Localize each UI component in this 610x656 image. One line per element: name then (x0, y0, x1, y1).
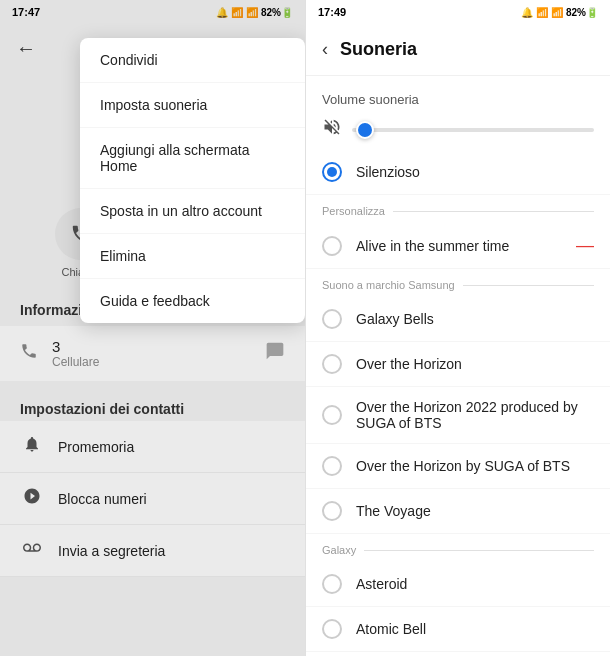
menu-guida[interactable]: Guida e feedback (80, 279, 305, 323)
alive-delete-icon[interactable]: — (576, 235, 594, 256)
ringtone-galaxy-bells[interactable]: Galaxy Bells (306, 297, 610, 342)
ringtone-list: Silenzioso Personalizza Alive in the sum… (306, 150, 610, 656)
volume-row (322, 117, 594, 142)
menu-condividi[interactable]: Condividi (80, 38, 305, 83)
ringtone-over-horizon-suga[interactable]: Over the Horizon by SUGA of BTS (306, 444, 610, 489)
silenzioso-radio (322, 162, 342, 182)
atomic-bell-label: Atomic Bell (356, 621, 594, 637)
volume-slider[interactable] (352, 128, 594, 132)
over-horizon-2022-radio (322, 405, 342, 425)
context-menu: Condividi Imposta suoneria Aggiungi alla… (80, 38, 305, 323)
ringtone-voyage[interactable]: The Voyage (306, 489, 610, 534)
atomic-bell-radio (322, 619, 342, 639)
over-horizon-suga-radio (322, 456, 342, 476)
right-status-bar: 17:49 🔔 📶 📶 82%🔋 (306, 0, 610, 24)
ringtone-alive[interactable]: Alive in the summer time — (306, 223, 610, 269)
ringtone-over-horizon[interactable]: Over the Horizon (306, 342, 610, 387)
radio-selected-dot (327, 167, 337, 177)
right-time: 17:49 (318, 6, 346, 18)
asteroid-label: Asteroid (356, 576, 594, 592)
menu-aggiungi-home[interactable]: Aggiungi alla schermata Home (80, 128, 305, 189)
galaxy-bells-label: Galaxy Bells (356, 311, 594, 327)
menu-sposta-account[interactable]: Sposta in un altro account (80, 189, 305, 234)
alive-radio (322, 236, 342, 256)
galaxy-divider: Galaxy (306, 534, 610, 562)
volume-label: Volume suoneria (322, 92, 594, 107)
right-top-bar: ‹ Suoneria (306, 24, 610, 76)
silenzioso-label: Silenzioso (356, 164, 594, 180)
right-status-icons: 🔔 📶 📶 82%🔋 (521, 7, 598, 18)
voyage-radio (322, 501, 342, 521)
asteroid-radio (322, 574, 342, 594)
ringtone-over-horizon-2022[interactable]: Over the Horizon 2022 produced by SUGA o… (306, 387, 610, 444)
personalizza-label: Personalizza (322, 205, 385, 217)
menu-imposta-suoneria[interactable]: Imposta suoneria (80, 83, 305, 128)
samsung-divider: Suono a marchio Samsung (306, 269, 610, 297)
galaxy-bells-radio (322, 309, 342, 329)
left-panel: 17:47 🔔 📶 📶 82%🔋 ← Chiama (0, 0, 305, 656)
right-back-button[interactable]: ‹ (322, 39, 328, 60)
right-title: Suoneria (340, 39, 417, 60)
volume-thumb (356, 121, 374, 139)
volume-section: Volume suoneria (306, 76, 610, 150)
mute-icon[interactable] (322, 117, 342, 142)
over-horizon-suga-label: Over the Horizon by SUGA of BTS (356, 458, 594, 474)
personalizza-divider: Personalizza (306, 195, 610, 223)
over-horizon-label: Over the Horizon (356, 356, 594, 372)
silenzioso-item[interactable]: Silenzioso (306, 150, 610, 195)
over-horizon-2022-label: Over the Horizon 2022 produced by SUGA o… (356, 399, 594, 431)
ringtone-bass-gate[interactable]: Bass Gate (306, 652, 610, 656)
ringtone-atomic-bell[interactable]: Atomic Bell (306, 607, 610, 652)
galaxy-section-label: Galaxy (322, 544, 356, 556)
samsung-label: Suono a marchio Samsung (322, 279, 455, 291)
alive-label: Alive in the summer time (356, 238, 576, 254)
over-horizon-radio (322, 354, 342, 374)
ringtone-asteroid[interactable]: Asteroid (306, 562, 610, 607)
right-panel: 17:49 🔔 📶 📶 82%🔋 ‹ Suoneria Volume suone… (305, 0, 610, 656)
menu-elimina[interactable]: Elimina (80, 234, 305, 279)
voyage-label: The Voyage (356, 503, 594, 519)
